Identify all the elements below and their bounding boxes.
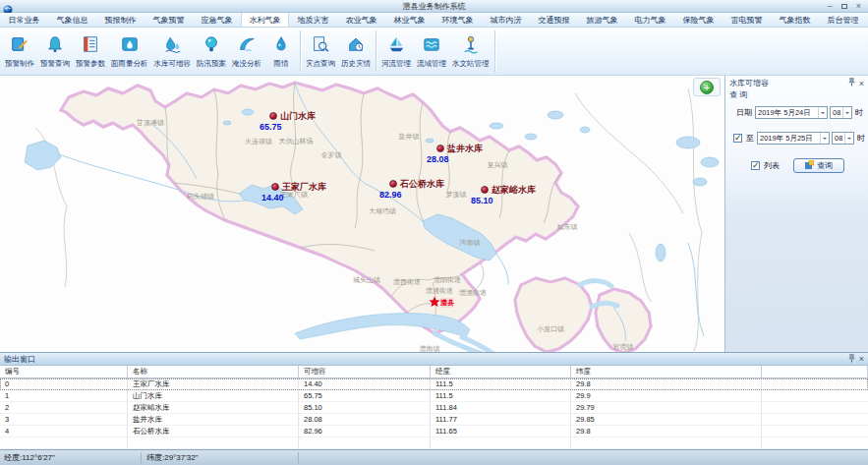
reservoir-value: 82.96 (379, 190, 402, 200)
menu-tab[interactable]: 日常业务 (0, 13, 48, 27)
toolbar-separator (376, 30, 376, 72)
town-label: 码头铺镇 (187, 192, 214, 202)
date-label: 日期 (736, 107, 752, 118)
menu-tab[interactable]: 气象指数 (771, 13, 819, 27)
reservoir-value: 28.08 (427, 154, 449, 164)
date-to-select[interactable]: 2019年 5月25日 (757, 132, 830, 145)
reservoir-capacity-panel: 水库可增容 × 查 询 日期 2019年 5月24日 08 时 ✓ 至 2019… (724, 76, 868, 352)
chevron-down-icon (820, 133, 829, 144)
menu-tab[interactable]: 水利气象 (241, 13, 289, 27)
menu-tab[interactable]: 旅游气象 (578, 13, 626, 27)
menu-tab[interactable]: 林业气象 (385, 13, 434, 27)
raindrop-icon (271, 34, 291, 58)
toolbar-button-river-management[interactable]: 河流管理 (378, 28, 414, 75)
menu-tab[interactable]: 雷电预警 (723, 13, 771, 27)
panel-menu-query[interactable]: 查 询 (725, 88, 868, 101)
column-header: 经度 (431, 366, 571, 378)
hydro-station-icon (461, 34, 481, 58)
table-row[interactable]: 1 山门水库 65.75 111.5 29.9 (0, 390, 868, 402)
chevron-down-icon (842, 107, 851, 118)
column-header: 编号 (0, 366, 128, 378)
toolbar-button-hydro-station-management[interactable]: 水文站管理 (449, 28, 492, 75)
toolbar-button-warning-params[interactable]: 预警参数 (73, 28, 108, 75)
output-close-icon[interactable]: × (859, 355, 864, 363)
toolbar-button-disaster-point-query[interactable]: 灾点查询 (303, 28, 338, 75)
county-map-graphic (0, 76, 724, 352)
table-row[interactable]: 2 赵家峪水库 85.10 111.84 29.79 (0, 402, 868, 414)
maximize-button[interactable] (841, 2, 847, 11)
town-label: 官垸镇 (613, 342, 634, 352)
map-tool-panel: + (693, 78, 721, 96)
town-label: 澧南镇 (420, 344, 440, 352)
reservoir-name: 山门水库 (280, 110, 316, 123)
reservoir-value: 14.40 (261, 193, 284, 203)
county-seat-label: 澧县 (440, 298, 454, 308)
toolbar-button-flood-plan[interactable]: 防汛预案 (194, 28, 229, 75)
pin-icon[interactable] (848, 78, 855, 88)
pin-icon[interactable] (848, 354, 855, 365)
town-label: 澧澹街道 (459, 288, 487, 298)
town-label: 火连坡镇 (245, 137, 272, 146)
column-header: 纬度 (571, 366, 762, 378)
list-label: 列表 (764, 160, 780, 171)
toolbar-button-inundation-analysis[interactable]: 淹没分析 (229, 28, 264, 75)
menu-tab[interactable]: 农业气象 (337, 13, 385, 27)
toolbar-button-rain-info[interactable]: 雨情 (264, 28, 298, 75)
menu-tab[interactable]: 气象信息 (48, 13, 96, 27)
menu-tab[interactable]: 保险气象 (674, 13, 723, 27)
menu-tab[interactable]: 气象预警 (145, 13, 193, 27)
hour-to-select[interactable]: 08 (832, 132, 854, 145)
town-label: 涔南镇 (460, 238, 481, 248)
warning-edit-icon (10, 34, 29, 58)
menu-tab[interactable]: 环境气象 (434, 13, 482, 27)
toolbar-button-warning-query[interactable]: 预警查询 (37, 28, 73, 75)
toolbar-button-basin-management[interactable]: 流域管理 (414, 28, 449, 75)
to-checkbox[interactable]: ✓ (733, 134, 742, 143)
rain-square-icon (120, 34, 140, 58)
reservoir-name: 王家厂水库 (282, 181, 326, 194)
menu-tab[interactable]: 应急气象 (193, 13, 241, 27)
map-canvas[interactable]: 甘溪滩镇火连坡镇天供山林场金罗镇盐井镇复兴镇码头铺镇王家厂镇梦溪镇大堰垱镇如东镇… (0, 76, 724, 352)
town-label: 复兴镇 (488, 160, 508, 170)
table-row[interactable]: 3 盐井水库 28.08 111.77 29.85 (0, 414, 868, 426)
table-row[interactable]: 0 王家厂水库 14.40 111.5 29.8 (0, 378, 868, 390)
menu-tab[interactable]: 预报制作 (96, 13, 145, 27)
town-label: 小渡口镇 (537, 324, 564, 334)
town-label: 盐井镇 (399, 132, 420, 142)
menu-tab[interactable]: 交通预报 (530, 13, 578, 27)
hour-from-select[interactable]: 08 (830, 106, 852, 119)
town-label: 澧西街道 (393, 277, 421, 287)
output-window: 输出窗口 × 编号 名称 可增容 经度 纬度 0 王家厂水库 14.40 111… (0, 352, 868, 449)
menu-tab[interactable]: 电力气象 (626, 13, 674, 27)
date-from-select[interactable]: 2019年 5月24日 (755, 106, 828, 119)
waves-icon (422, 34, 441, 58)
panel-close-icon[interactable]: × (859, 80, 864, 87)
menu-tab[interactable]: 城市内涝 (482, 13, 530, 27)
zoom-in-button[interactable]: + (700, 81, 714, 94)
bell-icon (45, 34, 65, 58)
minimize-button[interactable]: – (828, 2, 833, 11)
town-label: 澧阳街道 (434, 275, 461, 285)
column-header: 名称 (128, 366, 299, 378)
table-row[interactable]: 4 石公桥水库 82.96 111.65 29.8 (0, 426, 868, 437)
water-drops-icon (162, 34, 182, 58)
reservoir-name: 赵家峪水库 (492, 184, 536, 197)
town-label: 梦溪镇 (446, 190, 467, 200)
toolbar-button-disaster-history[interactable]: 历史灾情 (338, 28, 374, 75)
status-latitude: 纬度:29°37'32" (142, 452, 299, 464)
close-button[interactable]: × (856, 2, 861, 11)
query-button-icon (805, 160, 814, 171)
toolbar-button-reservoir-capacity[interactable]: 水库可增容 (151, 28, 195, 75)
menu-tab[interactable]: 后台管理 (819, 13, 867, 27)
ribbon-toolbar: 预警制作 预警查询 预警参数 面雨量分析 水库可增容 防汛预案 淹没分析 雨情 … (0, 28, 868, 76)
list-checkbox[interactable]: ✓ (751, 161, 760, 170)
chevron-down-icon (844, 133, 853, 144)
toolbar-button-area-rain-analysis[interactable]: 面雨量分析 (108, 28, 151, 75)
reservoir-name: 盐井水库 (447, 143, 483, 155)
menu-tab-bar: 日常业务气象信息预报制作气象预警应急气象水利气象地质灾害农业气象林业气象环境气象… (0, 13, 868, 28)
toolbar-button-warning-create[interactable]: 预警制作 (2, 28, 37, 75)
query-button[interactable]: 查询 (793, 158, 844, 173)
menu-tab[interactable]: 地质灾害 (289, 13, 337, 27)
reservoir-dot-icon (389, 180, 397, 188)
output-window-title: 输出窗口 (4, 354, 35, 365)
